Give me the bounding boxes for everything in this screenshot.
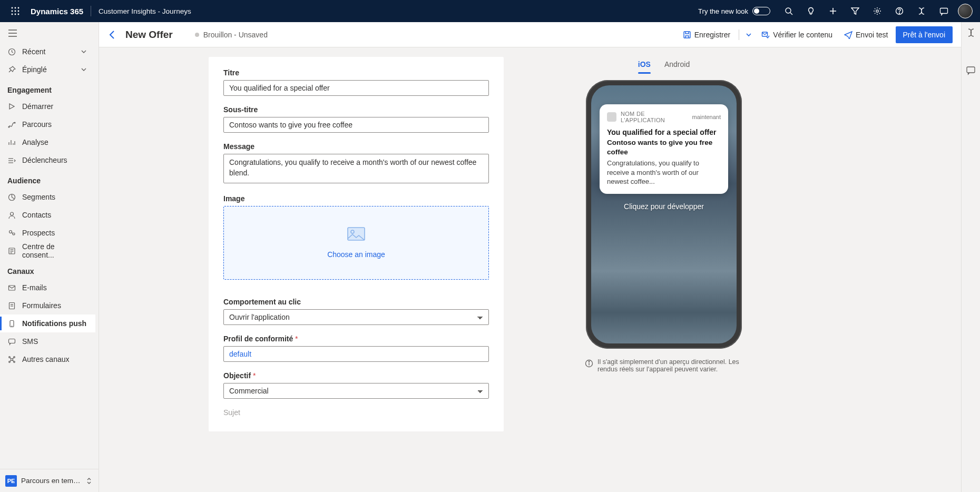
choose-image-link: Choose an image	[327, 250, 385, 259]
chart-icon	[7, 138, 16, 146]
area-label: Parcours en temp...	[21, 477, 81, 485]
field-image: Image Choose an image	[223, 194, 489, 280]
pin-icon	[7, 65, 16, 74]
nav-recent[interactable]: Récent	[0, 43, 95, 61]
nav-consent-center[interactable]: Centre de consent...	[0, 242, 95, 260]
verify-label: Vérifier le contenu	[773, 31, 832, 39]
svg-point-32	[10, 212, 13, 215]
nav-pinned-label: Épinglé	[22, 65, 47, 74]
svg-line-10	[790, 13, 792, 15]
svg-point-6	[12, 14, 13, 15]
back-button[interactable]	[107, 29, 118, 40]
toggle-switch-icon[interactable]	[752, 7, 770, 15]
send-icon	[844, 31, 852, 39]
nav-push-label: Notifications push	[22, 319, 86, 328]
svg-point-50	[13, 361, 15, 362]
verify-content-button[interactable]: Vérifier le contenu	[757, 26, 837, 43]
nav-demarrer-label: Démarrer	[22, 102, 53, 111]
nav-other-channels[interactable]: Autres canaux	[0, 350, 95, 368]
nav-formulaires[interactable]: Formulaires	[0, 297, 95, 314]
settings-icon[interactable]	[866, 0, 888, 22]
right-rail	[961, 22, 980, 492]
nav-other-label: Autres canaux	[22, 355, 70, 363]
nav-declencheurs[interactable]: Déclencheurs	[0, 151, 95, 169]
nav-prospects-label: Prospects	[22, 229, 55, 237]
svg-point-48	[13, 356, 15, 358]
app-subtitle[interactable]: Customer Insights - Journeys	[99, 7, 191, 15]
nav-analyse[interactable]: Analyse	[0, 133, 95, 151]
nav-demarrer[interactable]: Démarrer	[0, 97, 95, 115]
svg-rect-58	[967, 67, 975, 73]
compliance-lookup[interactable]: default	[223, 346, 489, 362]
svg-rect-45	[8, 339, 15, 343]
nav-consent-label: Centre de consent...	[22, 242, 88, 259]
phone-screen[interactable]: NOM DE L'APPLICATION maintenant You qual…	[591, 85, 737, 343]
nav-emails[interactable]: E-mails	[0, 279, 95, 297]
svg-point-4	[15, 11, 16, 12]
command-bar: New Offer Brouillon - Unsaved Enregistre…	[99, 22, 961, 47]
play-icon	[7, 102, 16, 111]
filter-icon[interactable]	[844, 0, 866, 22]
soustitre-input[interactable]	[223, 117, 489, 133]
page-title: New Offer	[125, 29, 173, 41]
titre-input[interactable]	[223, 80, 489, 96]
svg-point-2	[18, 7, 19, 9]
preview-pane: iOS Android NOM DE L'APPLICATION mainten…	[516, 57, 811, 492]
message-textarea[interactable]: Congratulations, you qualify to receive …	[223, 154, 489, 183]
plus-icon[interactable]	[822, 0, 844, 22]
nav-segments[interactable]: Segments	[0, 188, 95, 206]
nav-notifications-push[interactable]: Notifications push	[0, 314, 95, 332]
nav-declencheurs-label: Déclencheurs	[22, 156, 67, 164]
app-launcher-icon[interactable]	[4, 0, 26, 22]
nav-contacts[interactable]: Contacts	[0, 206, 95, 224]
preview-tabs: iOS Android	[638, 57, 690, 74]
notif-time: maintenant	[692, 114, 721, 120]
form-icon	[7, 301, 16, 310]
tab-android[interactable]: Android	[664, 57, 690, 74]
copilot-rail-icon[interactable]	[966, 27, 976, 38]
message-label: Message	[223, 142, 489, 151]
user-avatar[interactable]	[958, 4, 973, 18]
form-card: Titre Sous-titre Message Congratulations…	[209, 57, 504, 431]
image-dropzone[interactable]: Choose an image	[223, 206, 489, 280]
image-label: Image	[223, 194, 489, 203]
chat-rail-icon[interactable]	[966, 65, 976, 76]
nav-hamburger-icon[interactable]	[0, 22, 99, 43]
notif-subtitle: Contoso wants to give you free coffee	[607, 138, 721, 156]
help-icon[interactable]	[888, 0, 910, 22]
tab-ios[interactable]: iOS	[638, 57, 651, 74]
notif-app-name: NOM DE L'APPLICATION	[621, 111, 688, 123]
save-dropdown[interactable]	[743, 26, 754, 43]
ready-to-send-button[interactable]: Prêt à l'envoi	[896, 26, 953, 43]
nav-contacts-label: Contacts	[22, 211, 51, 219]
nav-parcours[interactable]: Parcours	[0, 115, 95, 133]
nav-area-switcher[interactable]: PE Parcours en temp...	[0, 469, 99, 492]
svg-point-46	[11, 358, 13, 360]
nav-analyse-label: Analyse	[22, 138, 48, 146]
click-behavior-select[interactable]: Ouvrir l'application	[223, 309, 489, 325]
app-shell: Récent Épinglé Engagement Démarrer Parco…	[0, 22, 980, 492]
chevron-down-icon	[746, 32, 752, 38]
notif-body: Congratulations, you qualify to receive …	[607, 159, 721, 186]
field-titre: Titre	[223, 68, 489, 96]
nav-pinned[interactable]: Épinglé	[0, 61, 95, 78]
save-button[interactable]: Enregistrer	[679, 26, 734, 43]
try-new-look-toggle[interactable]: Try the new look	[698, 7, 770, 15]
test-send-button[interactable]: Envoi test	[840, 26, 892, 43]
nav-prospects[interactable]: Prospects	[0, 224, 95, 242]
mail-check-icon	[761, 31, 770, 39]
lightbulb-icon[interactable]	[800, 0, 822, 22]
copilot-icon[interactable]	[910, 0, 933, 22]
chat-icon[interactable]	[933, 0, 955, 22]
svg-point-14	[876, 10, 878, 12]
nav-section-audience: Audience	[0, 169, 95, 188]
ready-label: Prêt à l'envoi	[903, 31, 946, 39]
svg-point-49	[8, 361, 10, 362]
notification-card: NOM DE L'APPLICATION maintenant You qual…	[600, 104, 728, 194]
objectif-select[interactable]: Commercial	[223, 383, 489, 399]
search-icon[interactable]	[778, 0, 800, 22]
nav-sms[interactable]: SMS	[0, 332, 95, 350]
consent-icon	[7, 247, 16, 255]
topbar-divider	[91, 6, 91, 16]
svg-point-8	[18, 14, 19, 15]
